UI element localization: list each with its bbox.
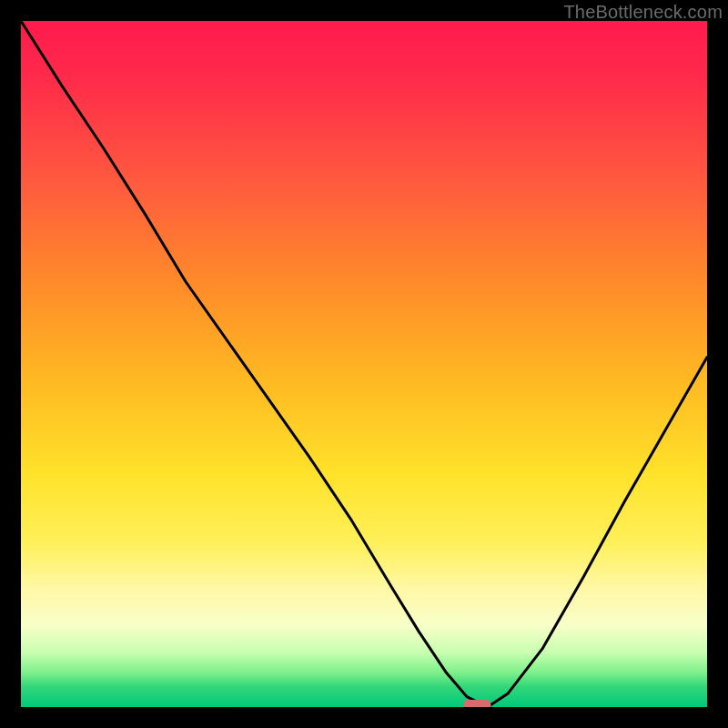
curve-layer <box>21 21 707 707</box>
bottleneck-curve-path <box>21 21 707 707</box>
watermark-text: TheBottleneck.com <box>563 2 723 23</box>
minimum-marker <box>463 700 490 707</box>
bottleneck-chart: TheBottleneck.com <box>0 0 728 728</box>
plot-area <box>21 21 707 707</box>
